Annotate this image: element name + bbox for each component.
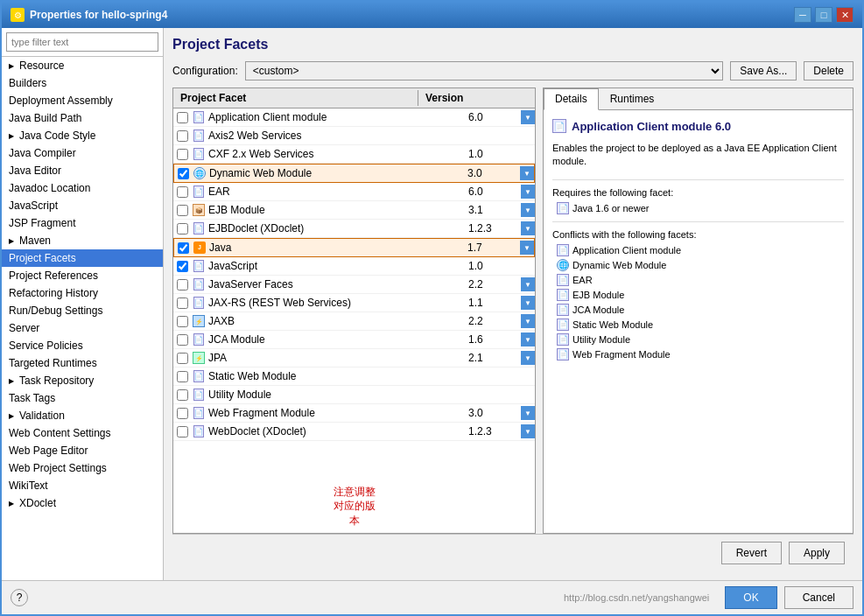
facet-checkbox[interactable] (177, 353, 188, 364)
title-controls: ─ □ ✕ (794, 7, 853, 23)
sidebar-item-wikitext[interactable]: WikiText (2, 477, 163, 494)
sidebar-item-jsp-fragment[interactable]: JSP Fragment (2, 214, 163, 232)
config-select[interactable]: <custom> (245, 61, 724, 80)
details-requires-item: 📄Java 1.6 or newer (552, 202, 844, 214)
doc-icon: 📄 (191, 295, 207, 311)
facet-version-dropdown[interactable]: ▼ (521, 314, 535, 328)
sidebar-item-javascript[interactable]: JavaScript (2, 197, 163, 214)
facet-version-dropdown[interactable]: ▼ (521, 277, 535, 291)
apply-button[interactable]: Apply (789, 542, 845, 564)
doc-icon: 📄 (191, 276, 207, 292)
sidebar-item-web-project-settings[interactable]: Web Project Settings (2, 459, 163, 477)
facet-name-label: JavaServer Faces (208, 278, 468, 290)
facet-version-dropdown[interactable]: ▼ (521, 185, 535, 199)
facet-checkbox[interactable] (177, 205, 188, 216)
sidebar-item-task-tags[interactable]: Task Tags (2, 389, 163, 407)
facet-checkbox[interactable] (178, 242, 189, 254)
page-title: Project Facets (172, 37, 853, 52)
facet-checkbox[interactable] (177, 334, 188, 346)
maximize-button[interactable]: □ (815, 7, 832, 23)
facet-checkbox[interactable] (177, 371, 188, 382)
ok-button[interactable]: OK (725, 586, 776, 609)
filter-input[interactable] (6, 32, 158, 52)
conflict-doc-icon: 📄 (557, 289, 569, 301)
sidebar-item-xdoclet[interactable]: XDoclet (2, 494, 163, 512)
facet-version-dropdown[interactable]: ▼ (521, 110, 535, 124)
sidebar-item-validation[interactable]: Validation (2, 407, 163, 424)
doc-icon: 📄 (191, 258, 207, 274)
doc-icon: 📄 (191, 128, 207, 144)
sidebar-item-maven[interactable]: Maven (2, 232, 163, 249)
dialog: ⚙ Properties for hello-spring4 ─ □ ✕ Res… (0, 0, 864, 616)
facet-checkbox[interactable] (177, 149, 188, 160)
dialog-title: Properties for hello-spring4 (30, 9, 167, 21)
conflict-doc-icon: 📄 (557, 333, 569, 346)
facet-checkbox[interactable] (177, 426, 188, 438)
facet-version-dropdown[interactable]: ▼ (521, 203, 535, 217)
facet-version-dropdown[interactable]: ▼ (521, 296, 535, 310)
sidebar-item-run/debug-settings[interactable]: Run/Debug Settings (2, 302, 163, 319)
sidebar-item-web-content-settings[interactable]: Web Content Settings (2, 424, 163, 442)
facet-checkbox[interactable] (177, 186, 188, 198)
sidebar-item-java-build-path[interactable]: Java Build Path (2, 109, 163, 127)
facet-checkbox[interactable] (177, 261, 188, 272)
facet-version-dropdown[interactable]: ▼ (520, 241, 534, 255)
facet-version-dropdown[interactable]: ▼ (521, 332, 535, 346)
facet-checkbox[interactable] (177, 408, 188, 419)
facet-version-value: 1.1 (468, 297, 521, 309)
sidebar-item-targeted-runtimes[interactable]: Targeted Runtimes (2, 354, 163, 372)
delete-button[interactable]: Delete (804, 61, 853, 80)
sidebar-item-project-references[interactable]: Project References (2, 267, 163, 284)
facet-checkbox[interactable] (177, 279, 188, 290)
sidebar-item-java-code-style[interactable]: Java Code Style (2, 127, 163, 144)
facet-version-dropdown[interactable]: ▼ (521, 406, 535, 420)
sidebar-item-deployment-assembly[interactable]: Deployment Assembly (2, 92, 163, 109)
facet-name-label: Dynamic Web Module (209, 167, 467, 179)
sidebar-item-refactoring-history[interactable]: Refactoring History (2, 284, 163, 302)
tab-runtimes[interactable]: Runtimes (599, 88, 666, 109)
sidebar-item-builders[interactable]: Builders (2, 74, 163, 92)
facet-version-value: 1.2.3 (468, 222, 521, 234)
facet-checkbox[interactable] (178, 168, 189, 179)
sidebar-item-server[interactable]: Server (2, 319, 163, 337)
facet-checkbox[interactable] (177, 316, 188, 327)
minimize-button[interactable]: ─ (794, 7, 811, 23)
facet-checkbox[interactable] (177, 298, 188, 309)
cancel-button[interactable]: Cancel (784, 586, 853, 609)
facets-body: 📄Application Client module6.0▼📄Axis2 Web… (173, 108, 535, 480)
sidebar-item-java-editor[interactable]: Java Editor (2, 162, 163, 179)
ejb-icon: 📦 (191, 202, 207, 218)
sidebar-item-web-page-editor[interactable]: Web Page Editor (2, 442, 163, 459)
sidebar-item-javadoc-location[interactable]: Javadoc Location (2, 179, 163, 197)
facets-col-version: Version (418, 90, 470, 106)
sidebar-item-java-compiler[interactable]: Java Compiler (2, 144, 163, 162)
facet-row: ⚡JPA2.1▼ (173, 349, 535, 368)
save-as-button[interactable]: Save As... (730, 61, 797, 80)
sidebar-item-service-policies[interactable]: Service Policies (2, 337, 163, 354)
facet-checkbox[interactable] (177, 223, 188, 234)
facet-checkbox[interactable] (177, 389, 188, 401)
facet-row: 📄Utility Module (173, 386, 535, 404)
facet-version-dropdown[interactable]: ▼ (521, 424, 535, 438)
tab-details[interactable]: Details (544, 88, 599, 110)
facet-version-dropdown[interactable]: ▼ (520, 166, 534, 180)
facet-name-label: EJB Module (208, 204, 468, 216)
close-button[interactable]: ✕ (836, 7, 853, 23)
facet-version-dropdown[interactable]: ▼ (521, 221, 535, 235)
conflict-doc-icon: 📄 (557, 274, 569, 286)
facet-row: 📄WebDoclet (XDoclet)1.2.3▼ (173, 423, 535, 441)
facet-checkbox[interactable] (177, 112, 188, 123)
facet-version-value: 1.2.3 (468, 425, 521, 438)
facet-version-dropdown[interactable]: ▼ (521, 351, 535, 365)
facet-version-value: 3.0 (467, 167, 520, 179)
help-button[interactable]: ? (11, 589, 28, 606)
config-row: Configuration: <custom> Save As... Delet… (172, 61, 853, 80)
facet-name-label: JavaScript (208, 260, 468, 272)
details-panel: Details Runtimes 📄 Application Client mo… (543, 88, 853, 534)
sidebar-item-project-facets[interactable]: Project Facets (2, 249, 163, 267)
facet-checkbox[interactable] (177, 130, 188, 142)
revert-button[interactable]: Revert (721, 542, 782, 564)
sidebar-item-resource[interactable]: Resource (2, 57, 163, 74)
title-bar: ⚙ Properties for hello-spring4 ─ □ ✕ (2, 2, 862, 28)
sidebar-item-task-repository[interactable]: Task Repository (2, 372, 163, 389)
